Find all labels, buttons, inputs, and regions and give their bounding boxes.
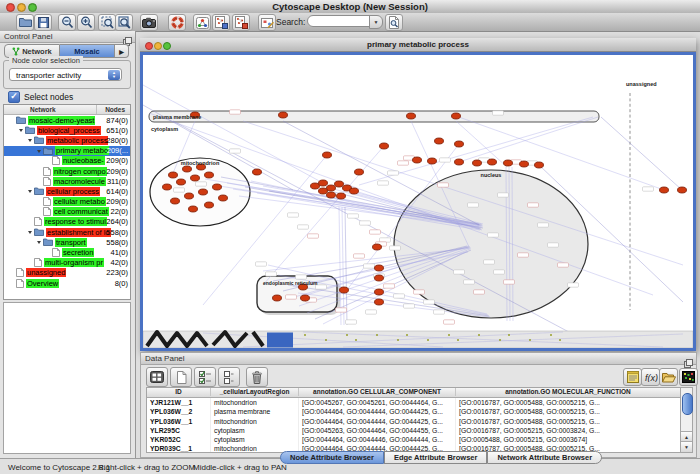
- tab-overflow-button[interactable]: ▶: [115, 44, 129, 58]
- graph-node[interactable]: [199, 189, 208, 195]
- tree-expander-icon[interactable]: [35, 147, 43, 155]
- tree-expander-icon[interactable]: [26, 228, 34, 236]
- graph-node[interactable]: [183, 166, 192, 172]
- scrollbar-thumb[interactable]: [682, 393, 693, 415]
- tree-item-response-to-stimul[interactable]: response to stimul264(0): [4, 217, 130, 227]
- graph-edge[interactable]: [345, 207, 347, 325]
- graph-node[interactable]: [340, 287, 349, 293]
- import-attributes-button[interactable]: [659, 368, 678, 386]
- tree-item-metabolic-process[interactable]: metabolic process280(0): [4, 135, 130, 145]
- node-color-select[interactable]: transporter activity ▲▼: [9, 68, 122, 81]
- graph-node[interactable]: [319, 188, 328, 194]
- graph-node[interactable]: [435, 138, 444, 144]
- table-row-YPL036W__1[interactable]: YPL036W__1mitochondrion[GO:0044464, GO:0…: [147, 417, 681, 426]
- network-window-titlebar[interactable]: primary metabolic process: [140, 38, 696, 52]
- graph-node[interactable]: [323, 152, 332, 158]
- graph-node[interactable]: [177, 179, 186, 185]
- tree-item-nitrogen-compo[interactable]: nitrogen compo209(0): [4, 166, 130, 176]
- graph-node[interactable]: [319, 180, 328, 186]
- graph-edge[interactable]: [601, 117, 682, 190]
- graph-node[interactable]: [375, 265, 384, 271]
- zoom-selected-button[interactable]: [98, 14, 116, 31]
- graph-node[interactable]: [428, 158, 437, 164]
- tree-item-cellular-metabo[interactable]: cellular metabo209(0): [4, 197, 130, 207]
- graph-node[interactable]: [301, 295, 310, 301]
- search-input[interactable]: [307, 15, 371, 27]
- tree-item-establishment-of-lo[interactable]: establishment of lo558(0): [4, 227, 130, 237]
- graph-node[interactable]: [327, 192, 336, 198]
- tree-item-primary-metabo[interactable]: primary metabo209(...: [4, 146, 130, 156]
- help-button[interactable]: [168, 14, 186, 31]
- graph-edge[interactable]: [459, 117, 598, 162]
- graph-node[interactable]: [219, 195, 228, 201]
- network-canvas[interactable]: plasma membrane cytoplasm mitochondrion …: [140, 52, 696, 351]
- open-file-button[interactable]: [16, 14, 34, 31]
- matrix-view-button[interactable]: [679, 368, 698, 386]
- graph-node[interactable]: [375, 299, 384, 305]
- create-attribute-button[interactable]: [170, 367, 192, 387]
- graph-node[interactable]: [335, 181, 344, 187]
- zoom-fit-button[interactable]: [115, 14, 133, 31]
- attribute-table[interactable]: ID_cellularLayoutRegionannotation.GO CEL…: [146, 387, 682, 453]
- vizmapper-button[interactable]: [193, 14, 211, 31]
- scroll-down-button[interactable]: ▼: [681, 441, 692, 452]
- graph-node[interactable]: [213, 184, 222, 190]
- graph-node[interactable]: [185, 193, 194, 199]
- graph-node[interactable]: [407, 113, 416, 119]
- zoom-out-button[interactable]: [58, 14, 76, 31]
- select-all-attributes-button[interactable]: [194, 367, 216, 387]
- tree-item-macromolecule[interactable]: macromolecule311(0): [4, 176, 130, 186]
- zoom-in-button[interactable]: [77, 14, 95, 31]
- tree-item-overview[interactable]: Overview8(0): [4, 278, 130, 288]
- table-scrollbar[interactable]: ▲ ▼: [680, 387, 693, 453]
- tree-expander-icon[interactable]: [35, 238, 43, 246]
- table-row-YPL036W__2[interactable]: YPL036W__2plasma membrane[GO:0044464, GO…: [147, 407, 681, 416]
- graph-node[interactable]: [273, 295, 282, 301]
- graph-node[interactable]: [205, 202, 214, 208]
- search-dropdown-button[interactable]: ▼: [369, 15, 383, 29]
- tab-edge-attribute-browser[interactable]: Edge Attribute Browser: [384, 451, 487, 464]
- graph-node[interactable]: [311, 183, 320, 189]
- graph-node[interactable]: [488, 159, 497, 165]
- tree-item-nucleobase-[interactable]: nucleobase-209(0): [4, 156, 130, 166]
- function-builder-button[interactable]: f(x): [641, 368, 660, 386]
- graph-node[interactable]: [375, 275, 384, 281]
- graph-node[interactable]: [191, 175, 200, 181]
- graph-node[interactable]: [253, 169, 262, 175]
- select-attributes-button[interactable]: [146, 367, 168, 387]
- attribute-table-header[interactable]: ID_cellularLayoutRegionannotation.GO CEL…: [147, 388, 681, 398]
- graph-node[interactable]: [678, 187, 687, 193]
- graph-node[interactable]: [380, 143, 389, 149]
- nested-network-button[interactable]: [212, 14, 230, 31]
- graph-node[interactable]: [327, 185, 336, 191]
- graph-node[interactable]: [171, 198, 180, 204]
- tree-item-cellular-process[interactable]: cellular process614(0): [4, 186, 130, 196]
- tree-item-transport[interactable]: transport558(0): [4, 237, 130, 247]
- graph-node[interactable]: [163, 184, 172, 190]
- tree-expander-icon[interactable]: [17, 126, 25, 134]
- graph-node[interactable]: [455, 159, 464, 165]
- tree-item-unassigned[interactable]: unassigned223(0): [4, 268, 130, 278]
- search-document-button[interactable]: [385, 14, 403, 31]
- tab-network-attribute-browser[interactable]: Network Attribute Browser: [487, 451, 602, 464]
- graph-node[interactable]: [355, 169, 364, 175]
- tab-node-attribute-browser[interactable]: Node Attribute Browser: [280, 451, 384, 464]
- tree-item-mosaic-demo-yeast[interactable]: mosaic-demo-yeast874(0): [4, 115, 130, 125]
- tree-expander-icon[interactable]: [26, 136, 34, 144]
- graph-node[interactable]: [452, 113, 461, 119]
- tree-item-biological-process[interactable]: biological_process651(0): [4, 125, 130, 135]
- unselect-all-attributes-button[interactable]: [218, 367, 240, 387]
- nested-network-alt-button[interactable]: [232, 14, 250, 31]
- tree-item-secretion[interactable]: secretion41(0): [4, 247, 130, 257]
- graph-node[interactable]: [520, 161, 529, 167]
- graph-node[interactable]: [337, 193, 346, 199]
- tree-expander-icon[interactable]: [26, 187, 34, 195]
- graph-node[interactable]: [373, 244, 382, 250]
- column-header-region[interactable]: _cellularLayoutRegion: [211, 388, 299, 396]
- column-header-molecular[interactable]: annotation.GO MOLECULAR_FUNCTION: [456, 388, 681, 396]
- graph-node[interactable]: [205, 172, 214, 178]
- tree-item-cell-communicat[interactable]: cell communicat22(0): [4, 207, 130, 217]
- graph-node[interactable]: [473, 160, 482, 166]
- graph-node[interactable]: [279, 112, 288, 118]
- graph-node[interactable]: [504, 160, 513, 166]
